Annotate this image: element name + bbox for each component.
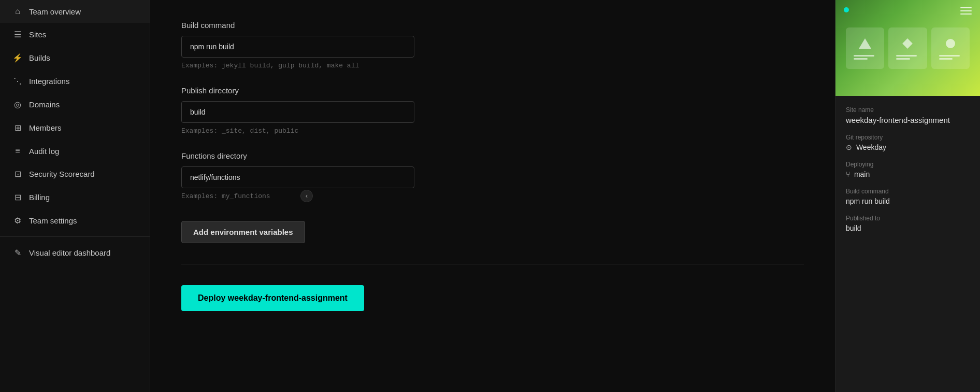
git-repo-row: Git repository ⊙ Weekday xyxy=(846,134,970,151)
sidebar-divider xyxy=(0,236,150,237)
functions-directory-label: Functions directory xyxy=(181,151,804,160)
sidebar-item-sites[interactable]: ☰ Sites xyxy=(0,23,150,46)
integrations-icon: ⋱ xyxy=(12,76,23,86)
billing-icon: ⊟ xyxy=(12,192,23,202)
security-scorecard-icon: ⊡ xyxy=(12,169,23,179)
sidebar-item-members[interactable]: ⊞ Members xyxy=(0,116,150,139)
publish-directory-examples: Examples: _site, dist, public xyxy=(181,127,804,135)
github-icon: ⊙ xyxy=(846,143,852,151)
sidebar-item-team-overview[interactable]: ⌂ Team overview xyxy=(0,0,150,23)
functions-directory-input[interactable] xyxy=(181,166,414,188)
git-repo-value: ⊙ Weekday xyxy=(846,143,970,151)
sites-icon: ☰ xyxy=(12,30,23,39)
site-name-row: Site name weekday-frontend-assignment xyxy=(846,106,970,124)
circle-shape-icon xyxy=(943,36,958,51)
preview-card-2 xyxy=(888,27,927,69)
preview-line xyxy=(939,55,960,57)
build-command-input[interactable] xyxy=(181,36,414,58)
home-icon: ⌂ xyxy=(12,7,23,16)
deploying-label: Deploying xyxy=(846,161,970,168)
deploy-button[interactable]: Deploy weekday-frontend-assignment xyxy=(181,285,364,311)
published-to-row: Published to build xyxy=(846,215,970,232)
site-preview xyxy=(835,0,980,96)
preview-hamburger-icon xyxy=(960,7,972,15)
build-command-examples: Examples: jekyll build, gulp build, make… xyxy=(181,62,804,69)
functions-directory-examples: Examples: my_functions xyxy=(181,192,804,200)
publish-directory-label: Publish directory xyxy=(181,86,804,95)
add-env-variables-button[interactable]: Add environment variables xyxy=(181,221,305,243)
published-to-value: build xyxy=(846,224,970,232)
preview-line xyxy=(896,55,917,57)
branch-icon: ⑂ xyxy=(846,170,850,178)
members-icon: ⊞ xyxy=(12,123,23,133)
chevron-left-icon: ‹ xyxy=(306,192,308,200)
visual-editor-icon: ✎ xyxy=(12,248,23,258)
build-command-group: Build command Examples: jekyll build, gu… xyxy=(181,21,804,69)
preview-line xyxy=(896,58,910,60)
settings-icon: ⚙ xyxy=(12,216,23,226)
sidebar-item-security-scorecard[interactable]: ⊡ Security Scorecard xyxy=(0,162,150,186)
section-divider xyxy=(181,264,804,264)
published-to-label: Published to xyxy=(846,215,970,222)
build-command-info-value: npm run build xyxy=(846,197,970,205)
svg-rect-1 xyxy=(903,38,913,49)
git-repo-label: Git repository xyxy=(846,134,970,141)
preview-status-dot xyxy=(844,7,849,12)
build-command-info-row: Build command npm run build xyxy=(846,188,970,205)
publish-directory-group: Publish directory Examples: _site, dist,… xyxy=(181,86,804,135)
right-panel: Site name weekday-frontend-assignment Gi… xyxy=(835,0,980,392)
site-name-label: Site name xyxy=(846,106,970,114)
publish-directory-input[interactable] xyxy=(181,101,414,123)
preview-grid xyxy=(835,17,980,79)
preview-card-3 xyxy=(931,27,970,69)
build-command-label: Build command xyxy=(181,21,804,30)
diamond-shape-icon xyxy=(900,36,915,51)
svg-point-2 xyxy=(946,39,955,48)
preview-line xyxy=(854,55,874,57)
preview-line xyxy=(854,58,868,60)
site-info: Site name weekday-frontend-assignment Gi… xyxy=(835,96,980,252)
domains-icon: ◎ xyxy=(12,100,23,109)
builds-icon: ⚡ xyxy=(12,53,23,63)
sidebar-item-builds[interactable]: ⚡ Builds xyxy=(0,46,150,69)
sidebar-item-integrations[interactable]: ⋱ Integrations xyxy=(0,69,150,93)
sidebar-collapse-button[interactable]: ‹ xyxy=(300,190,313,202)
triangle-shape-icon xyxy=(858,36,872,51)
functions-directory-group: Functions directory Examples: my_functio… xyxy=(181,151,804,200)
sidebar: ⌂ Team overview ☰ Sites ⚡ Builds ⋱ Integ… xyxy=(0,0,150,392)
preview-line xyxy=(939,58,953,60)
preview-card-1 xyxy=(846,27,884,69)
site-name-value: weekday-frontend-assignment xyxy=(846,116,970,124)
deploying-value: ⑂ main xyxy=(846,170,970,178)
sidebar-item-team-settings[interactable]: ⚙ Team settings xyxy=(0,209,150,232)
svg-marker-0 xyxy=(859,38,871,49)
sidebar-item-visual-editor[interactable]: ✎ Visual editor dashboard xyxy=(0,241,150,264)
audit-log-icon: ≡ xyxy=(12,146,23,156)
sidebar-item-audit-log[interactable]: ≡ Audit log xyxy=(0,139,150,162)
build-command-info-label: Build command xyxy=(846,188,970,195)
content-area: ‹ Build command Examples: jekyll build, … xyxy=(150,0,980,392)
main-content: Build command Examples: jekyll build, gu… xyxy=(150,0,835,392)
deploying-row: Deploying ⑂ main xyxy=(846,161,970,178)
sidebar-item-billing[interactable]: ⊟ Billing xyxy=(0,186,150,209)
sidebar-item-domains[interactable]: ◎ Domains xyxy=(0,93,150,116)
